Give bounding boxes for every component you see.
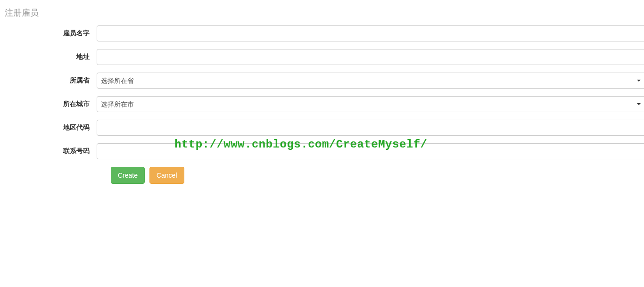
select-city[interactable]: 选择所在市 [97, 96, 644, 112]
cancel-button[interactable]: Cancel [149, 167, 184, 184]
form-row-phone: 联系号码 [0, 143, 644, 159]
label-areacode: 地区代码 [0, 123, 97, 132]
form-row-name: 雇员名字 [0, 25, 644, 41]
form-row-province: 所属省 选择所在省 [0, 73, 644, 89]
form-row-areacode: 地区代码 [0, 120, 644, 136]
input-areacode[interactable] [97, 120, 644, 136]
label-province: 所属省 [0, 76, 97, 85]
input-phone[interactable] [97, 143, 644, 159]
button-group: Create Cancel [111, 167, 644, 184]
form-row-address: 地址 [0, 49, 644, 65]
label-city: 所在城市 [0, 100, 97, 108]
input-name[interactable] [97, 25, 644, 41]
create-button[interactable]: Create [111, 167, 145, 184]
label-phone: 联系号码 [0, 147, 97, 156]
select-province[interactable]: 选择所在省 [97, 73, 644, 89]
form-row-city: 所在城市 选择所在市 [0, 96, 644, 112]
label-name: 雇员名字 [0, 29, 97, 38]
label-address: 地址 [0, 53, 97, 61]
input-address[interactable] [97, 49, 644, 65]
page-title: 注册雇员 [0, 0, 644, 25]
